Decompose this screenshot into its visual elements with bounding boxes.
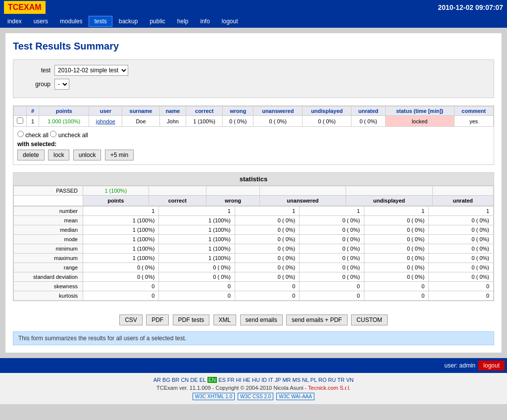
- stats-row-label: mode: [14, 235, 83, 244]
- nav-tests[interactable]: tests: [89, 16, 112, 27]
- stats-cell-unrated: 0 ( 0%): [429, 272, 494, 282]
- col-surname[interactable]: surname: [122, 106, 159, 116]
- col-points[interactable]: points: [39, 106, 89, 116]
- nav-backup[interactable]: backup: [113, 16, 144, 27]
- pdf-tests-button[interactable]: PDF tests: [173, 315, 210, 325]
- test-label: test: [21, 67, 51, 74]
- col-undisplayed[interactable]: undisplayed: [303, 106, 352, 116]
- nav-modules[interactable]: modules: [54, 16, 88, 27]
- stats-cell-points: 1 (100%): [83, 244, 159, 254]
- col-status[interactable]: status (time [min]): [385, 106, 454, 116]
- lang-de[interactable]: DE: [190, 377, 198, 383]
- nav-users[interactable]: users: [28, 16, 53, 27]
- csv-button[interactable]: CSV: [119, 315, 143, 325]
- stats-row-label: mean: [14, 216, 83, 225]
- lock-button[interactable]: lock: [48, 150, 69, 160]
- lang-tr[interactable]: TR: [337, 377, 345, 383]
- check-actions: check all uncheck all with selected: del…: [13, 127, 494, 164]
- lang-ru[interactable]: RU: [328, 377, 336, 383]
- uncheck-all-radio[interactable]: [50, 131, 56, 137]
- stats-row: maximum1 (100%)1 (100%)0 ( 0%)0 ( 0%)0 (…: [14, 254, 494, 263]
- col-user[interactable]: user: [89, 106, 122, 116]
- with-selected-label: with selected:: [17, 141, 490, 148]
- stats-cell-undisplayed: 0 ( 0%): [364, 225, 429, 235]
- lang-pl[interactable]: PL: [310, 377, 317, 383]
- lang-vn[interactable]: VN: [346, 377, 354, 383]
- lang-el[interactable]: EL: [200, 377, 206, 383]
- row-checkbox[interactable]: [17, 117, 23, 124]
- col-wrong[interactable]: wrong: [223, 106, 254, 116]
- lang-id[interactable]: ID: [261, 377, 267, 383]
- plus5min-button[interactable]: +5 min: [105, 150, 134, 160]
- check-all-radio[interactable]: [17, 131, 24, 137]
- footer-logout-button[interactable]: logout: [478, 361, 505, 370]
- lang-hu[interactable]: HU: [252, 377, 260, 383]
- lang-es[interactable]: ES: [218, 377, 226, 383]
- send-emails-button[interactable]: send emails: [240, 315, 283, 325]
- nav-index[interactable]: index: [2, 16, 27, 27]
- group-row: group -: [21, 79, 486, 90]
- lang-jp[interactable]: JP: [275, 377, 281, 383]
- group-select[interactable]: -: [54, 79, 69, 90]
- nav-public[interactable]: public: [144, 16, 170, 27]
- col-unrated[interactable]: unrated: [352, 106, 385, 116]
- lang-nl[interactable]: NL: [302, 377, 309, 383]
- col-name[interactable]: name: [159, 106, 186, 116]
- pdf-button[interactable]: PDF: [146, 315, 169, 325]
- row-surname: Doe: [122, 116, 159, 127]
- stats-cell-unanswered: 1: [300, 207, 364, 216]
- uncheck-all-label: uncheck all: [58, 132, 88, 139]
- lang-ar[interactable]: AR: [153, 377, 161, 383]
- send-emails-pdf-button[interactable]: send emails + PDF: [286, 315, 348, 325]
- custom-button[interactable]: CUSTOM: [351, 315, 388, 325]
- lang-fr[interactable]: FR: [227, 377, 235, 383]
- lang-it[interactable]: IT: [268, 377, 273, 383]
- nav-logout[interactable]: logout: [216, 16, 244, 27]
- lang-en[interactable]: EN: [207, 377, 217, 383]
- col-comment[interactable]: comment: [454, 106, 493, 116]
- lang-ms[interactable]: MS: [293, 377, 301, 383]
- tecnick-link[interactable]: Tecnick.com S.r.l.: [308, 385, 351, 391]
- lang-ro[interactable]: RO: [318, 377, 327, 383]
- copyright-text: TCExam ver. 11.1.009 - Copyright © 2004-…: [4, 385, 503, 391]
- row-check[interactable]: [14, 116, 27, 127]
- passed-value: 1 (100%): [83, 186, 149, 196]
- stats-cell-unrated: 0 ( 0%): [429, 254, 494, 263]
- stats-cell-wrong: 0 ( 0%): [235, 254, 300, 263]
- stats-row: minimum1 (100%)1 (100%)0 ( 0%)0 ( 0%)0 (…: [14, 244, 494, 254]
- language-links: AR BG BR CN DE EL EN ES FR HI HE HU ID I…: [4, 377, 503, 383]
- lang-he[interactable]: HE: [243, 377, 251, 383]
- stats-row: skewness000000: [14, 282, 494, 291]
- unlock-button[interactable]: unlock: [73, 150, 101, 160]
- col-unanswered[interactable]: unanswered: [254, 106, 303, 116]
- delete-button[interactable]: delete: [17, 150, 45, 160]
- results-table: # points user surname name correct wrong…: [13, 106, 494, 127]
- lang-bg[interactable]: BG: [162, 377, 170, 383]
- col-correct[interactable]: correct: [186, 106, 223, 116]
- stats-cell-points: 1 (100%): [83, 235, 159, 244]
- statistics-table: PASSED 1 (100%) points correct wrong una…: [13, 186, 494, 206]
- lang-mr[interactable]: MR: [282, 377, 291, 383]
- test-select[interactable]: 2010-12-02 simple test: [54, 65, 128, 76]
- lang-hi[interactable]: HI: [236, 377, 242, 383]
- stats-row: median1 (100%)1 (100%)0 ( 0%)0 ( 0%)0 ( …: [14, 225, 494, 235]
- stats-cell-unrated: 0: [429, 282, 494, 291]
- xml-button[interactable]: XML: [213, 315, 237, 325]
- badge-wai: W3C WAI-AAA: [276, 393, 314, 400]
- stats-cell-points: 1: [83, 207, 159, 216]
- passed-row: PASSED 1 (100%): [14, 186, 494, 196]
- nav-bar: index users modules tests backup public …: [0, 15, 507, 28]
- logo-exam: EXAM: [18, 3, 41, 11]
- nav-help[interactable]: help: [172, 16, 194, 27]
- stats-row-label: median: [14, 225, 83, 235]
- stats-row: mean1 (100%)1 (100%)0 ( 0%)0 ( 0%)0 ( 0%…: [14, 216, 494, 225]
- header: TCEXAM 2010-12-02 09:07:07: [0, 0, 507, 15]
- nav-info[interactable]: info: [195, 16, 215, 27]
- row-user: johndoe: [89, 116, 122, 127]
- stats-row: standard deviation0 ( 0%)0 ( 0%)0 ( 0%)0…: [14, 272, 494, 282]
- stats-cell-unanswered: 0 ( 0%): [300, 225, 364, 235]
- stats-cell-points: 0: [83, 291, 159, 301]
- row-unrated: 0 ( 0%): [352, 116, 385, 127]
- lang-br[interactable]: BR: [172, 377, 179, 383]
- lang-cn[interactable]: CN: [181, 377, 189, 383]
